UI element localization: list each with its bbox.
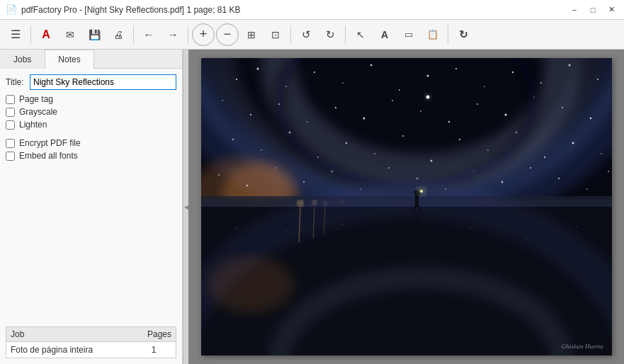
embed-fonts-row: Embed all fonts [6,151,176,161]
svg-point-11 [342,82,344,84]
svg-point-51 [275,167,276,169]
grid-button[interactable]: ⊞ [240,23,263,46]
embed-fonts-label[interactable]: Embed all fonts [19,151,78,161]
svg-point-73 [297,200,303,206]
page-tag-label[interactable]: Page tag [19,94,53,104]
svg-point-18 [540,82,542,84]
svg-point-21 [222,100,223,101]
encrypt-checkbox[interactable] [6,139,15,148]
svg-point-12 [370,64,371,66]
toolbar-separator-4 [290,25,291,44]
svg-point-42 [430,160,432,162]
grayscale-checkbox[interactable] [6,108,15,117]
svg-point-19 [568,64,570,67]
embed-fonts-checkbox[interactable] [6,152,15,161]
maximize-button[interactable]: □ [586,3,600,17]
toolbar: ☰ A ✉ 💾 🖨 ← → + − ⊞ ⊡ ↺ ↻ ↖ A ▭ 📋 ↻ [0,20,624,50]
job-name: Foto de página inteira [11,345,136,355]
fit-button[interactable]: ⊡ [264,23,287,46]
zoom-in-button[interactable]: + [192,23,215,46]
jobs-table-header: Job Pages [6,327,176,342]
grayscale-row: Grayscale [6,107,176,117]
tab-jobs[interactable]: Jobs [0,50,45,69]
title-row: Title: [6,74,176,90]
col-job-header: Job [11,329,136,339]
svg-point-16 [484,86,485,87]
svg-point-47 [572,142,574,144]
svg-point-13 [399,89,400,91]
minimize-button[interactable]: − [567,3,582,17]
forward-button[interactable]: → [161,23,184,46]
page-tag-checkbox[interactable] [6,95,15,104]
svg-point-39 [345,142,346,144]
print-button[interactable]: 🖨 [107,23,130,46]
svg-point-24 [307,121,308,123]
pdf-preview-area: Ghislain Huerta [188,50,624,364]
title-input[interactable] [30,74,176,90]
encrypt-row: Encrypt PDF file [6,138,176,148]
svg-point-72 [208,256,293,313]
email-button[interactable]: ✉ [59,23,81,46]
svg-point-95 [526,238,527,239]
acrobat-button[interactable]: A [35,23,57,46]
svg-point-34 [589,118,591,119]
svg-point-56 [416,178,417,179]
job-pages: 1 [136,345,171,355]
svg-point-76 [341,201,344,204]
close-button[interactable]: ✕ [604,3,618,17]
table-row: Foto de página inteira 1 [6,342,176,358]
jobs-table: Job Pages Foto de página inteira 1 [6,326,176,358]
svg-point-93 [399,234,399,235]
titlebar: 📄 pdfFactory Pro - [Night Sky Reflection… [0,0,624,20]
toolbar-separator-3 [188,25,188,44]
encrypt-label[interactable]: Encrypt PDF file [19,138,81,148]
svg-point-60 [530,167,531,169]
svg-point-27 [392,100,393,101]
svg-point-52 [303,181,305,183]
menu-button[interactable]: ☰ [4,23,27,46]
svg-point-63 [608,171,609,172]
svg-point-62 [586,188,588,190]
svg-point-41 [402,135,404,137]
save-button[interactable]: 💾 [83,23,106,46]
lighten-label[interactable]: Lighten [19,120,47,130]
svg-point-25 [335,107,336,108]
main-area: Jobs Notes Title: Page tag Grayscale Lig… [0,50,624,364]
redo-button[interactable]: ↻ [319,23,341,46]
left-panel: Jobs Notes Title: Page tag Grayscale Lig… [0,50,183,364]
zoom-out-button[interactable]: − [216,23,239,46]
panel-divider[interactable] [183,50,188,364]
svg-point-15 [455,68,457,69]
rect-button[interactable]: ▭ [397,23,420,46]
svg-point-61 [557,178,559,179]
text-button[interactable]: A [373,23,396,46]
lighten-row: Lighten [6,120,176,130]
svg-point-8 [256,68,259,70]
tab-notes[interactable]: Notes [45,50,93,69]
cursor-button[interactable]: ↖ [349,23,372,46]
back-button[interactable]: ← [137,23,160,46]
form-area: Title: Page tag Grayscale Lighten Encryp… [0,69,182,321]
svg-point-26 [363,118,365,120]
svg-point-75 [323,202,327,205]
page-button[interactable]: 📋 [421,23,444,46]
undo-button[interactable]: ↺ [295,23,317,46]
svg-point-88 [414,226,419,230]
title-label: Title: [6,77,25,87]
svg-point-59 [501,181,503,183]
night-sky-image: Ghislain Huerta [201,58,612,356]
lighten-checkbox[interactable] [6,120,15,130]
grayscale-label[interactable]: Grayscale [19,107,57,117]
svg-point-89 [236,227,237,229]
rotate-button[interactable]: ↻ [452,23,475,46]
page-tag-row: Page tag [6,94,176,104]
svg-point-50 [246,185,247,186]
svg-point-35 [232,139,234,140]
toolbar-separator-6 [448,25,448,44]
svg-point-55 [388,167,390,169]
svg-point-49 [218,174,220,176]
toolbar-separator-1 [30,25,31,44]
svg-point-48 [601,153,602,154]
milky-way-svg [201,58,612,356]
svg-point-44 [487,149,489,151]
